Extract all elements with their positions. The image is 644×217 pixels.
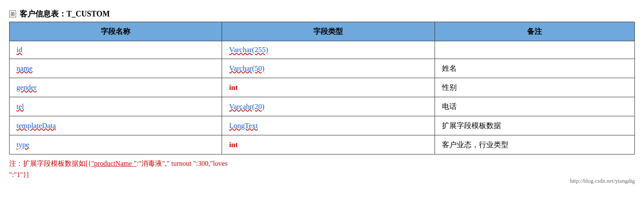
header-field-note: 备注 <box>435 22 635 41</box>
cell-field-name: tel <box>10 97 222 116</box>
field-type-text: LongText <box>229 122 258 130</box>
watermark: http://blog.csdn.net/ytangdig <box>570 178 635 184</box>
cell-field-type: Varcahr(20) <box>222 97 435 116</box>
cell-field-note: 性别 <box>435 78 635 97</box>
field-type-text: Varchar(255) <box>229 46 268 54</box>
field-name-text: name <box>17 64 33 72</box>
header-field-type: 字段类型 <box>222 22 435 41</box>
field-type-text: Varcahr(20) <box>229 102 264 111</box>
field-name-text: id <box>17 46 22 54</box>
header-field-name: 字段名称 <box>10 22 222 41</box>
cell-field-type: LongText <box>222 116 435 135</box>
cell-field-name: id <box>10 41 222 59</box>
cell-field-type: Varchar(255) <box>222 41 435 59</box>
table-row: templateDataLongText扩展字段模板数据 <box>10 116 635 135</box>
table-title: 客户信息表：T_CUSTOM <box>20 9 110 19</box>
cell-field-type: int <box>222 135 435 155</box>
cell-field-note: 客户业态，行业类型 <box>435 135 635 155</box>
table-row: genderint性别 <box>10 78 635 97</box>
field-name-text: type <box>17 141 29 149</box>
table-row: telVarcahr(20)电话 <box>10 97 635 116</box>
table-row: typeint客户业态，行业类型 <box>10 135 635 155</box>
field-name-text: tel <box>17 102 24 111</box>
table-row: idVarchar(255) <box>10 41 635 59</box>
cell-field-type: int <box>222 78 435 97</box>
field-name-text: gender <box>17 83 37 92</box>
page-container: ⊞ 客户信息表：T_CUSTOM 字段名称 字段类型 备注 idVarchar(… <box>9 9 635 180</box>
cell-field-note: 姓名 <box>435 59 635 78</box>
data-table: 字段名称 字段类型 备注 idVarchar(255)nameVarchar(5… <box>9 22 635 155</box>
field-type-text: Varchar(50) <box>229 64 264 72</box>
table-header-row: 字段名称 字段类型 备注 <box>10 22 635 41</box>
field-name-text: templateData <box>17 122 56 130</box>
cell-field-name: templateData <box>10 116 222 135</box>
cell-field-note <box>435 41 635 59</box>
note-row: 注：扩展字段模板数据如[{"productName ":"消毒液"," turn… <box>9 158 635 180</box>
field-type-plain-text: int <box>229 83 238 92</box>
field-type-plain-text: int <box>229 141 238 149</box>
table-row: nameVarchar(50)姓名 <box>10 59 635 78</box>
cell-field-name: gender <box>10 78 222 97</box>
title-row: ⊞ 客户信息表：T_CUSTOM <box>9 9 635 19</box>
cell-field-name: type <box>10 135 222 155</box>
note-link: "productName " <box>91 160 136 167</box>
cell-field-note: 电话 <box>435 97 635 116</box>
cell-field-name: name <box>10 59 222 78</box>
expand-icon[interactable]: ⊞ <box>9 10 16 17</box>
cell-field-note: 扩展字段模板数据 <box>435 116 635 135</box>
cell-field-type: Varchar(50) <box>222 59 435 78</box>
